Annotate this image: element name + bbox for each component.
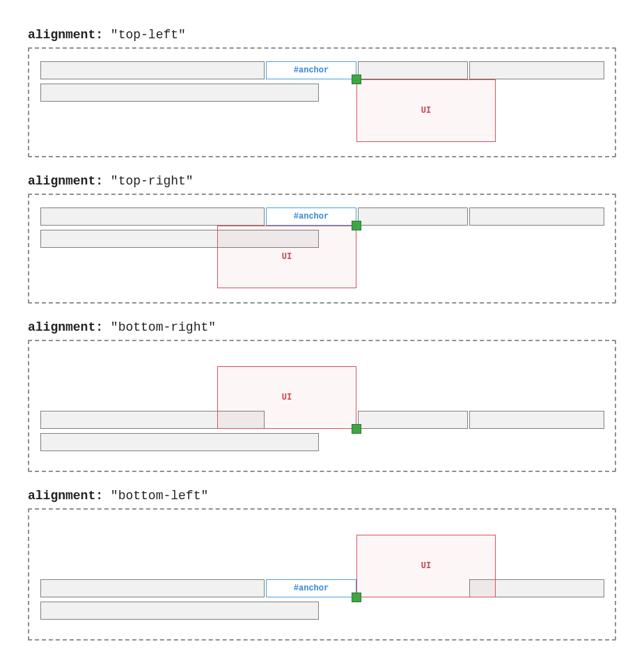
diagram-label: alignment: "bottom-left" [28,489,616,503]
ui-label: UI [282,393,292,402]
anchor-label: #anchor [294,212,329,221]
ui-box: UI [356,535,496,597]
placeholder-box [469,411,604,429]
label-value: "bottom-right" [111,320,216,334]
diagram-container: #anchor UI [28,508,616,641]
diagram-label: alignment: "top-right" [28,174,616,188]
placeholder-box [358,207,468,226]
label-key: alignment [28,320,95,334]
label-key: alignment [28,174,95,188]
diagram-label: alignment: "top-left" [28,28,616,42]
anchor-point-icon [352,74,361,84]
placeholder-box [40,84,319,102]
anchor-point-icon [352,424,361,434]
ui-label: UI [421,561,431,571]
placeholder-box [40,579,265,597]
label-colon: : [95,28,103,42]
placeholder-box [40,433,319,451]
diagram-container: #anchor UI [28,194,616,304]
ui-label: UI [421,106,431,116]
anchor-box: #anchor [266,207,356,226]
label-colon: : [95,320,103,334]
ui-label: UI [282,252,292,262]
label-value: "bottom-left" [111,489,208,503]
placeholder-box [40,602,319,620]
placeholder-box [469,207,604,226]
label-value: "top-right" [111,174,194,188]
placeholder-box [358,61,468,79]
ui-box: UI [217,366,356,429]
diagram-top-left: alignment: "top-left" #anchor UI [28,28,616,157]
label-value: "top-left" [111,28,186,42]
placeholder-box [40,207,265,226]
diagram-bottom-right: alignment: "bottom-right" #anchor UI [28,320,616,472]
diagram-bottom-left: alignment: "bottom-left" #anchor UI [28,489,616,641]
anchor-point-icon [352,593,361,602]
anchor-box: #anchor [266,579,356,597]
ui-box: UI [356,79,496,142]
placeholder-box [469,61,604,79]
placeholder-box [40,61,265,79]
placeholder-box [358,411,468,429]
diagram-container: #anchor UI [28,340,616,472]
diagram-label: alignment: "bottom-right" [28,320,616,334]
anchor-point-icon [352,221,361,230]
label-key: alignment [28,28,95,42]
diagram-top-right: alignment: "top-right" #anchor UI [28,174,616,304]
anchor-box: #anchor [266,61,356,79]
diagram-container: #anchor UI [28,47,616,157]
anchor-label: #anchor [294,65,329,75]
ui-box: UI [217,226,356,288]
label-colon: : [95,174,103,188]
label-colon: : [95,489,103,503]
anchor-label: #anchor [294,583,329,593]
label-key: alignment [28,489,95,503]
